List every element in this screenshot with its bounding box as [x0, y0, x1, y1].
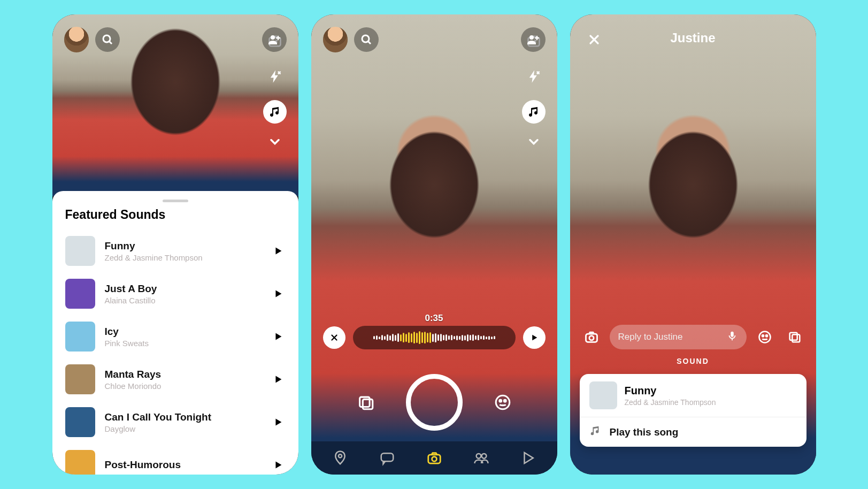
svg-point-32 [765, 335, 767, 337]
svg-rect-33 [789, 333, 797, 340]
play-sound-button[interactable] [523, 326, 546, 349]
add-friend-icon [527, 33, 540, 46]
sound-artist: Zedd & Jasmine Thompson [105, 253, 203, 262]
capture-controls [311, 374, 557, 431]
nav-camera[interactable] [423, 450, 446, 466]
top-bar [52, 27, 298, 52]
sound-art [65, 279, 95, 309]
play-this-song-button[interactable]: Play this song [589, 417, 797, 439]
svg-line-1 [109, 42, 112, 44]
sound-art [65, 364, 95, 394]
play-sound-button[interactable] [271, 372, 286, 387]
nav-map[interactable] [328, 450, 352, 466]
reply-input[interactable]: Reply to Justine [610, 325, 747, 349]
sheet-title: Featured Sounds [65, 208, 286, 222]
svg-point-24 [481, 454, 486, 459]
remove-sound-button[interactable] [323, 326, 345, 349]
sound-timestamp: 0:35 [311, 313, 557, 324]
sounds-button[interactable] [522, 100, 546, 124]
sound-scrubber[interactable] [353, 326, 516, 349]
expand-toolbar-button[interactable] [522, 135, 546, 148]
sound-preview-card: Funny Zedd & Jasmine Thompson Play this … [580, 374, 806, 447]
voice-reply-button[interactable] [726, 330, 738, 345]
svg-rect-34 [792, 334, 800, 342]
sound-artist: Pink Sweats [105, 339, 149, 348]
add-friend-button[interactable] [262, 27, 287, 52]
sound-row[interactable]: Icy Pink Sweats [65, 315, 286, 358]
search-button[interactable] [354, 27, 379, 52]
phone-sounds-sheet: Featured Sounds Funny Zedd & Jasmine Tho… [52, 14, 298, 475]
sound-title: Post-Humorous [105, 459, 181, 471]
emoji-reply-button[interactable] [753, 325, 777, 349]
avatar-icon [64, 27, 89, 52]
sound-artist: Alaina Castillo [105, 296, 157, 305]
bitmoji-avatar[interactable] [323, 27, 348, 52]
lenses-icon [494, 393, 512, 411]
sound-artist: Chloe Moriondo [105, 381, 162, 391]
svg-point-30 [759, 332, 770, 343]
play-sound-button[interactable] [271, 329, 286, 344]
camera-reply-button[interactable] [580, 325, 603, 349]
play-sound-button[interactable] [271, 243, 286, 258]
sound-title: Funny [625, 385, 716, 397]
sound-row[interactable]: Just A Boy Alaina Castillo [65, 272, 286, 315]
attachments-icon [787, 330, 802, 345]
play-sound-button[interactable] [271, 415, 286, 430]
stories-nav-icon [473, 450, 489, 466]
svg-point-31 [762, 335, 763, 337]
svg-point-16 [496, 395, 510, 409]
shutter-button[interactable] [406, 374, 463, 431]
sheet-grabber[interactable] [163, 200, 188, 202]
flash-icon [526, 69, 541, 84]
memories-button[interactable] [351, 388, 380, 417]
music-icon [268, 105, 281, 118]
svg-rect-29 [731, 331, 734, 337]
svg-point-0 [103, 35, 110, 42]
svg-point-2 [271, 35, 275, 40]
sound-art [65, 407, 95, 437]
nav-stories[interactable] [470, 450, 493, 466]
chat-nav-icon [379, 450, 395, 466]
svg-point-19 [338, 454, 341, 457]
sound-list: Funny Zedd & Jasmine Thompson Just A Boy… [65, 230, 286, 475]
lenses-button[interactable] [488, 388, 517, 417]
play-this-song-label: Play this song [610, 426, 679, 438]
emoji-icon [757, 330, 772, 345]
sounds-button[interactable] [263, 100, 287, 124]
memories-icon [357, 393, 375, 411]
play-icon [272, 245, 284, 257]
sound-preview-header[interactable]: Funny Zedd & Jasmine Thompson [589, 381, 797, 417]
flash-button[interactable] [263, 65, 287, 88]
play-icon [272, 416, 284, 428]
flash-button[interactable] [522, 65, 546, 88]
sound-art [65, 322, 95, 352]
camera-icon [584, 330, 599, 345]
add-friend-icon [268, 33, 281, 46]
nav-chat[interactable] [375, 450, 399, 466]
svg-point-8 [529, 35, 534, 40]
play-sound-button[interactable] [271, 286, 286, 301]
search-button[interactable] [95, 27, 120, 52]
sound-row[interactable]: Funny Zedd & Jasmine Thompson [65, 230, 286, 272]
svg-point-18 [504, 400, 506, 402]
sound-row[interactable]: Manta Rays Chloe Moriondo [65, 358, 286, 401]
search-icon [101, 33, 114, 46]
sound-row[interactable]: Can I Call You Tonight Dayglow [65, 401, 286, 444]
nav-spotlight[interactable] [517, 450, 540, 466]
svg-point-22 [432, 457, 436, 462]
svg-rect-20 [381, 453, 393, 461]
svg-line-7 [368, 42, 371, 44]
sound-row[interactable]: Post-Humorous [65, 444, 286, 475]
svg-point-6 [362, 35, 369, 42]
play-icon [272, 459, 284, 471]
sound-artist: Dayglow [105, 424, 212, 433]
expand-toolbar-button[interactable] [263, 135, 287, 148]
attachments-button[interactable] [783, 325, 806, 349]
play-sound-button[interactable] [271, 457, 286, 472]
featured-sounds-sheet: Featured Sounds Funny Zedd & Jasmine Tho… [52, 191, 298, 475]
sound-title: Can I Call You Tonight [105, 411, 212, 423]
bitmoji-avatar[interactable] [64, 27, 89, 52]
play-icon [272, 373, 284, 385]
add-friend-button[interactable] [521, 27, 546, 52]
sound-title: Just A Boy [105, 283, 157, 295]
